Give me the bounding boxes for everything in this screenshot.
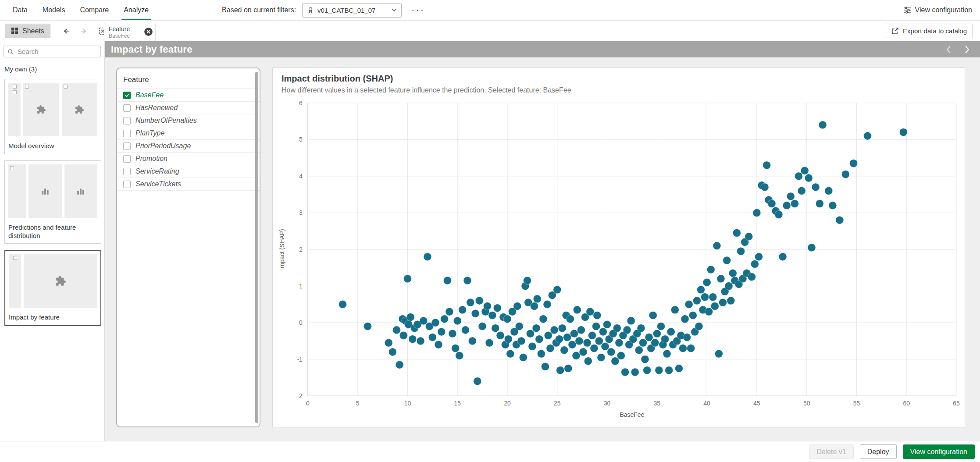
scatter-point[interactable]	[544, 331, 552, 339]
scatter-point[interactable]	[808, 244, 816, 252]
scatter-point[interactable]	[575, 337, 583, 345]
scatter-point[interactable]	[635, 346, 643, 354]
scatter-point[interactable]	[560, 346, 568, 354]
scatter-point[interactable]	[768, 200, 776, 208]
tab-compare[interactable]: Compare	[72, 0, 116, 20]
scatter-point[interactable]	[424, 253, 431, 261]
scatter-point[interactable]	[492, 324, 499, 332]
selections-forward-button[interactable]	[78, 25, 91, 38]
selections-back-button[interactable]	[59, 25, 72, 38]
scatter-point[interactable]	[753, 209, 761, 217]
sheet-card-predictions[interactable]: Predictions and feature distribution	[4, 160, 101, 244]
scatter-point[interactable]	[641, 355, 649, 363]
scatter-point[interactable]	[825, 187, 833, 195]
scatter-point[interactable]	[601, 342, 609, 350]
checkbox-unchecked[interactable]	[123, 181, 131, 188]
scatter-point[interactable]	[363, 322, 371, 330]
scatter-point[interactable]	[683, 334, 691, 341]
checkbox-unchecked[interactable]	[123, 117, 131, 124]
scatter-point[interactable]	[539, 315, 547, 323]
scatter-point[interactable]	[787, 192, 795, 200]
scatter-point[interactable]	[805, 174, 813, 182]
scatter-point[interactable]	[595, 337, 603, 345]
scatter-point[interactable]	[553, 286, 561, 294]
scatter-point[interactable]	[452, 345, 460, 352]
scatter-point[interactable]	[503, 315, 511, 323]
scatter-point[interactable]	[550, 326, 558, 334]
scatter-point[interactable]	[590, 345, 598, 352]
shap-scatter-plot[interactable]: 05101520253035404550556065-2-10123456Bas…	[273, 68, 965, 427]
scatter-point[interactable]	[431, 319, 439, 327]
scatter-point[interactable]	[791, 200, 798, 208]
scatter-point[interactable]	[812, 183, 820, 191]
scatter-point[interactable]	[409, 335, 417, 343]
scatter-point[interactable]	[863, 132, 871, 140]
scatter-point[interactable]	[471, 309, 479, 317]
scatter-point[interactable]	[829, 202, 837, 210]
scatter-point[interactable]	[558, 324, 566, 332]
scatter-point[interactable]	[449, 330, 456, 338]
scatter-point[interactable]	[467, 299, 474, 306]
scatter-point[interactable]	[444, 277, 452, 284]
scatter-point[interactable]	[563, 334, 571, 341]
scatter-point[interactable]	[725, 282, 733, 290]
previous-sheet-button[interactable]	[945, 44, 952, 55]
scatter-point[interactable]	[737, 247, 745, 255]
more-options-button[interactable]: ···	[411, 5, 425, 15]
scatter-point[interactable]	[723, 256, 731, 264]
scrollbar[interactable]	[255, 72, 258, 423]
scatter-point[interactable]	[339, 300, 347, 308]
scatter-point[interactable]	[586, 308, 594, 316]
next-sheet-button[interactable]	[963, 44, 970, 55]
scatter-point[interactable]	[836, 216, 844, 224]
feature-item-priorperiodusage[interactable]: PriorPeriodUsage	[117, 140, 260, 153]
clear-selection-icon[interactable]	[144, 27, 153, 36]
scatter-point[interactable]	[671, 306, 679, 314]
scatter-point[interactable]	[533, 295, 541, 303]
scatter-point[interactable]	[526, 330, 534, 338]
feature-item-hasrenewed[interactable]: HasRenewed	[117, 102, 260, 114]
scatter-point[interactable]	[689, 311, 697, 319]
scatter-point[interactable]	[566, 315, 574, 323]
checkbox-unchecked[interactable]	[123, 104, 131, 112]
sheets-toggle-button[interactable]: Sheets	[5, 24, 50, 38]
scatter-point[interactable]	[819, 121, 827, 129]
tab-data[interactable]: Data	[5, 0, 35, 20]
scatter-point[interactable]	[615, 339, 623, 347]
scatter-point[interactable]	[755, 253, 763, 261]
delete-version-button[interactable]: Delete v1	[809, 444, 854, 459]
checkbox-checked[interactable]	[123, 92, 131, 99]
scatter-point[interactable]	[899, 128, 907, 136]
scatter-point[interactable]	[535, 335, 543, 343]
scatter-point[interactable]	[611, 357, 619, 365]
scatter-point[interactable]	[537, 350, 545, 358]
scatter-point[interactable]	[513, 302, 521, 310]
scatter-point[interactable]	[435, 341, 442, 348]
scatter-point[interactable]	[392, 326, 400, 334]
scatter-point[interactable]	[485, 339, 493, 347]
scatter-point[interactable]	[709, 293, 717, 301]
model-version-dropdown[interactable]: v01_CATBC_01_07	[302, 3, 402, 18]
checkbox-unchecked[interactable]	[123, 155, 131, 163]
feature-item-servicetickets[interactable]: ServiceTickets	[117, 178, 260, 191]
checkbox-unchecked[interactable]	[123, 142, 131, 150]
scatter-point[interactable]	[645, 334, 653, 341]
view-configuration-button-top[interactable]: View configuration	[903, 6, 972, 14]
scatter-point[interactable]	[568, 341, 576, 348]
scatter-point[interactable]	[474, 377, 481, 385]
scatter-point[interactable]	[438, 328, 445, 336]
scatter-point[interactable]	[681, 315, 689, 323]
scatter-point[interactable]	[556, 366, 564, 374]
scatter-point[interactable]	[667, 328, 675, 336]
scatter-point[interactable]	[519, 354, 527, 362]
scatter-point[interactable]	[463, 277, 471, 284]
scatter-point[interactable]	[679, 345, 687, 352]
scatter-point[interactable]	[663, 350, 671, 358]
scatter-point[interactable]	[572, 352, 580, 359]
scatter-point[interactable]	[570, 330, 578, 338]
feature-item-plantype[interactable]: PlanType	[117, 127, 260, 140]
scatter-point[interactable]	[592, 322, 600, 330]
scatter-point[interactable]	[385, 339, 392, 347]
scatter-point[interactable]	[573, 306, 581, 314]
scatter-point[interactable]	[475, 297, 483, 305]
